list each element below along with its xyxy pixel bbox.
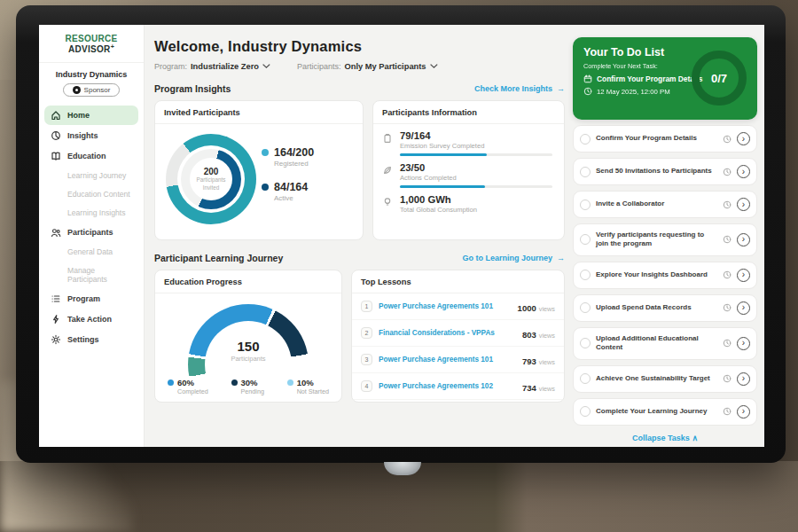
progress-bar (400, 153, 552, 156)
lesson-row[interactable]: 3 Power Purchase Agreements 101 793views (352, 347, 564, 373)
sidebar-item-label: Home (67, 111, 90, 120)
participants-information-card: Participants Information 79/164 Emission… (372, 100, 565, 240)
education-icon (51, 151, 61, 161)
participants-select[interactable]: Participants: Only My Participants (297, 62, 438, 71)
leaf-icon (382, 165, 393, 176)
task-open-button[interactable]: › (737, 372, 750, 386)
sidebar-item-insights[interactable]: Insights (44, 126, 138, 145)
task-open-button[interactable]: › (737, 198, 750, 211)
sidebar-item-general-data[interactable]: General Data (44, 243, 138, 261)
sidebar-item-take-action[interactable]: Take Action (44, 309, 138, 329)
task-checkbox[interactable] (580, 270, 591, 280)
task-checkbox[interactable] (580, 373, 591, 384)
task-open-button[interactable]: › (737, 337, 750, 350)
education-gauge-chart: 150 Participants (182, 300, 315, 376)
sidebar-item-participants[interactable]: Participants (44, 223, 138, 242)
invited-legend: 164/200 Registered 84/164 Active (262, 146, 314, 224)
sidebar-item-learning-journey[interactable]: Learning Journey (44, 167, 138, 184)
sidebar-item-label: Take Action (67, 315, 112, 324)
task-open-button[interactable]: › (737, 132, 750, 145)
sponsor-badge[interactable]: Sponsor (63, 83, 120, 97)
task-checkbox[interactable] (580, 200, 591, 210)
legend-dot (262, 184, 269, 191)
clipboard-icon (382, 133, 393, 144)
task-checkbox[interactable] (580, 134, 591, 145)
settings-icon (51, 334, 61, 345)
task-open-button[interactable]: › (737, 301, 750, 315)
gauge-center-value: 150 (182, 339, 315, 354)
lesson-row[interactable]: 1 Power Purchase Agreements 101 1000view… (352, 293, 564, 320)
collapse-tasks-link[interactable]: Collapse Tasks ∧ (573, 434, 757, 442)
logo-plus: + (111, 43, 114, 50)
program-insights-header: Program Insights Check More Insights → (154, 83, 565, 94)
lesson-rank: 2 (361, 327, 372, 339)
task-item[interactable]: Upload Spend Data Records › (573, 294, 757, 322)
stat-global-consumption: 1,000 GWh Total Global Consumption (373, 188, 564, 217)
dashboard-screen: RESOURCE ADVISOR+ Industry Dynamics Spon… (39, 25, 764, 447)
task-open-button[interactable]: › (737, 269, 750, 282)
lesson-title-link[interactable]: Power Purchase Agreements 101 (379, 356, 516, 364)
lesson-title-link[interactable]: Financial Considerations - VPPAs (379, 329, 516, 337)
chevron-right-icon: › (742, 134, 745, 144)
task-checkbox[interactable] (580, 167, 591, 177)
home-icon (51, 110, 61, 121)
logo-text-primary: RESOURCE (65, 34, 117, 43)
todo-progress-ring: 0/7 (692, 51, 747, 106)
task-open-button[interactable]: › (737, 233, 750, 246)
sidebar-item-education[interactable]: Education (44, 146, 138, 166)
legend-item-active: 84/164 Active (262, 181, 314, 202)
task-item[interactable]: Explore Your Insights Dashboard › (573, 262, 757, 289)
sidebar-item-manage-participants[interactable]: Manage Participants (44, 262, 138, 288)
task-item[interactable]: Upload Additional Educational Content › (573, 327, 757, 360)
clock-icon (723, 235, 732, 244)
arrow-right-icon: → (557, 254, 565, 262)
sidebar-item-settings[interactable]: Settings (44, 330, 138, 349)
lesson-row[interactable]: 2 Financial Considerations - VPPAs 803vi… (352, 320, 564, 347)
legend-dot (262, 149, 269, 156)
sidebar-item-program[interactable]: Program (44, 289, 138, 309)
page-title: Welcome, Industry Dynamics (154, 38, 565, 55)
task-item[interactable]: Invite a Collaborator › (573, 191, 757, 218)
progress-bar (400, 185, 552, 188)
insights-icon (51, 130, 61, 141)
education-legend: 60% Completed 30% Pending (155, 376, 341, 395)
card-title: Participants Information (373, 101, 564, 124)
gauge-center-label: Participants (182, 355, 315, 363)
stat-actions-completed: 23/50 Actions Completed (373, 156, 564, 188)
check-more-insights-link[interactable]: Check More Insights → (474, 84, 565, 93)
task-checkbox[interactable] (580, 338, 591, 348)
top-lessons-card: Top Lessons 1 Power Purchase Agreements … (351, 270, 565, 403)
arrow-right-icon: → (557, 84, 565, 93)
sidebar-item-home[interactable]: Home (44, 106, 138, 125)
sidebar-item-learning-insights[interactable]: Learning Insights (44, 204, 138, 222)
task-checkbox[interactable] (580, 234, 591, 245)
task-checkbox[interactable] (580, 302, 591, 313)
clock-icon (723, 270, 732, 279)
chevron-right-icon: › (742, 270, 745, 279)
lesson-title-link[interactable]: Power Purchase Agreements 102 (379, 382, 516, 390)
sidebar-item-label: Program (67, 294, 100, 303)
lesson-row[interactable]: 4 Power Purchase Agreements 102 734views (352, 373, 564, 400)
task-open-button[interactable]: › (737, 165, 750, 178)
lesson-title-link[interactable]: Power Purchase Agreements 101 (379, 302, 512, 310)
go-to-learning-journey-link[interactable]: Go to Learning Journey → (462, 254, 565, 262)
task-item[interactable]: Verify participants requesting to join t… (573, 223, 757, 256)
task-item[interactable]: Send 50 Invitations to Participants › (573, 158, 757, 185)
task-item[interactable]: Confirm Your Program Details › (573, 125, 757, 153)
learning-cards-row: Education Progress 150 Participants 60% … (154, 270, 565, 403)
monitor-bezel: RESOURCE ADVISOR+ Industry Dynamics Spon… (16, 5, 786, 463)
lesson-rank: 1 (361, 301, 372, 312)
lesson-row[interactable]: 5 Power Purchase Agreements 103 600views (352, 400, 564, 403)
program-select[interactable]: Program: Industrialize Zero (154, 62, 270, 71)
todo-counter: 0/7 (711, 72, 727, 85)
main-content: Welcome, Industry Dynamics Program: Indu… (145, 25, 574, 447)
task-open-button[interactable]: › (737, 405, 750, 419)
task-item[interactable]: Achieve One Sustainability Target › (573, 365, 757, 393)
task-checkbox[interactable] (580, 406, 591, 417)
task-item[interactable]: Complete Your Learning Journey › (573, 398, 757, 426)
collapse-caret-icon: ∧ (692, 434, 698, 442)
legend-dot (168, 379, 174, 386)
todo-column: Your To Do List Complete Your Next Task:… (573, 25, 757, 447)
sidebar-nav: Home Insights Education Learning Journey… (39, 103, 144, 352)
sidebar-item-education-content[interactable]: Education Content (44, 185, 138, 203)
